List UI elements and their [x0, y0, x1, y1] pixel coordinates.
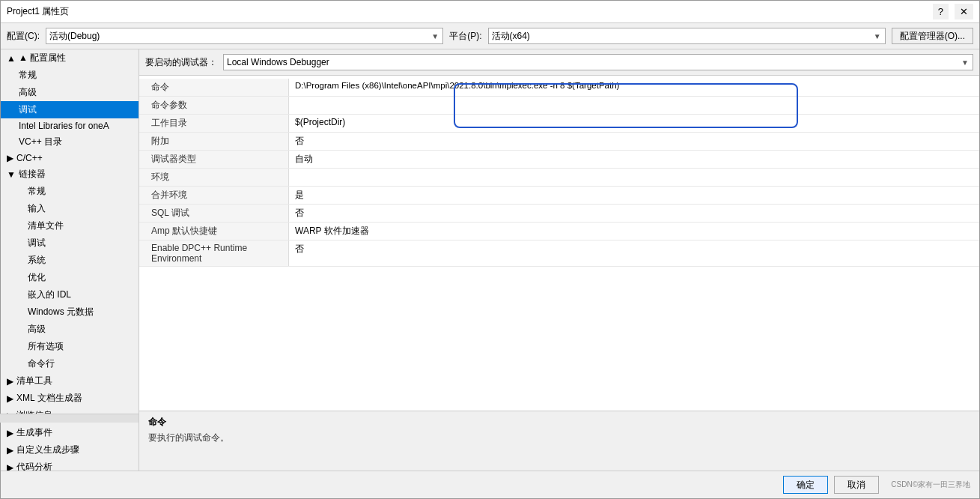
sidebar-item-config-props[interactable]: ▲ ▲ 配置属性 — [1, 49, 139, 67]
sidebar-item-code-analysis[interactable]: ▶ 代码分析 — [1, 459, 139, 471]
prop-value-env[interactable] — [289, 169, 979, 173]
build-label: 生成事件 — [16, 426, 52, 439]
debugger-select[interactable]: Local Windows DebuggerRemote Windows Deb… — [223, 54, 973, 70]
xml-arrow: ▶ — [7, 393, 13, 404]
prop-row-workdir: 工作目录 $(ProjectDir) — [139, 115, 979, 133]
sidebar-item-linker[interactable]: ▼ 链接器 — [1, 166, 139, 183]
config-select-wrapper: 活动(Debug) ▼ — [46, 28, 443, 44]
prop-row-debugger-type: 调试器类型 自动 — [139, 151, 979, 169]
custom-label: 自定义生成步骤 — [16, 444, 79, 456]
config-props-arrow: ▲ — [7, 53, 16, 64]
sidebar-item-cpp[interactable]: ▶ C/C++ — [1, 151, 139, 166]
sidebar-item-cmdline[interactable]: 命令行 — [1, 355, 139, 372]
debug-label: 调试 — [19, 103, 37, 116]
help-button[interactable]: ? — [933, 4, 949, 19]
right-panel: 要启动的调试器： Local Windows DebuggerRemote Wi… — [139, 49, 979, 471]
sidebar-item-linker-advanced[interactable]: 高级 — [1, 321, 139, 338]
sidebar-item-linker-system[interactable]: 系统 — [1, 252, 139, 269]
linker-arrow: ▼ — [7, 169, 16, 180]
build-arrow: ▶ — [7, 428, 13, 438]
prop-name-attach: 附加 — [139, 133, 289, 150]
prop-value-merge-env[interactable]: 是 — [289, 187, 979, 204]
sidebar-item-linker-general[interactable]: 常规 — [1, 183, 139, 200]
title-controls: ? ✕ — [933, 4, 973, 19]
prop-name-amp: Amp 默认快捷键 — [139, 223, 289, 240]
sidebar-item-linker-manifest[interactable]: 清单文件 — [1, 217, 139, 235]
title-bar: Project1 属性页 ? ✕ — [1, 1, 979, 23]
sidebar-item-vcpp-dirs[interactable]: VC++ 目录 — [1, 133, 139, 151]
advanced-label: 高级 — [19, 86, 37, 99]
close-button[interactable]: ✕ — [955, 4, 973, 19]
sidebar-item-xml-gen[interactable]: ▶ XML 文档生成器 — [1, 390, 139, 407]
custom-arrow: ▶ — [7, 445, 13, 456]
prop-name-dpc: Enable DPC++ Runtime Environment — [139, 241, 289, 266]
xml-label: XML 文档生成器 — [16, 392, 82, 405]
prop-name-merge-env: 合并环境 — [139, 187, 289, 204]
footer: 确定 取消 CSDN©家有一田三界地 — [1, 471, 979, 498]
sidebar-item-advanced[interactable]: 高级 — [1, 84, 139, 101]
vcpp-dirs-label: VC++ 目录 — [19, 136, 62, 148]
toolbar-row: 配置(C): 活动(Debug) ▼ 平台(P): 活动(x64) ▼ 配置管理… — [1, 23, 979, 49]
bottom-description: 命令 要执行的调试命令。 — [139, 411, 979, 471]
linker-label: 链接器 — [19, 168, 46, 181]
sidebar-item-custom-build[interactable]: ▶ 自定义生成步骤 — [1, 441, 139, 459]
prop-name-workdir: 工作目录 — [139, 115, 289, 132]
debugger-row: 要启动的调试器： Local Windows DebuggerRemote Wi… — [139, 49, 979, 76]
prop-name-cmdargs: 命令参数 — [139, 97, 289, 114]
debugger-select-wrapper: Local Windows DebuggerRemote Windows Deb… — [223, 54, 973, 70]
debugger-label: 要启动的调试器： — [145, 56, 217, 69]
prop-row-merge-env: 合并环境 是 — [139, 187, 979, 205]
manifest-label: 清单工具 — [16, 375, 52, 387]
prop-value-command[interactable]: D:\Program Files (x86)\Intel\oneAPI\mpi\… — [289, 79, 979, 92]
prop-row-dpc: Enable DPC++ Runtime Environment 否 — [139, 241, 979, 267]
sidebar-item-linker-debug[interactable]: 调试 — [1, 235, 139, 252]
cpp-arrow: ▶ — [7, 153, 13, 163]
platform-label: 平台(P): — [449, 30, 481, 43]
prop-row-env: 环境 — [139, 169, 979, 187]
prop-row-sql-debug: SQL 调试 否 — [139, 205, 979, 223]
prop-value-sql-debug[interactable]: 否 — [289, 205, 979, 222]
platform-select[interactable]: 活动(x64) — [488, 28, 886, 44]
cancel-button[interactable]: 取消 — [834, 476, 879, 494]
sidebar-scrollbar[interactable] — [1, 414, 139, 423]
window-title: Project1 属性页 — [7, 5, 69, 18]
prop-value-cmdargs[interactable] — [289, 97, 979, 101]
sidebar-item-linker-input[interactable]: 输入 — [1, 200, 139, 217]
sidebar-item-manifest-tool[interactable]: ▶ 清单工具 — [1, 372, 139, 390]
prop-name-debugger-type: 调试器类型 — [139, 151, 289, 168]
cpp-label: C/C++ — [16, 153, 43, 163]
sidebar-item-linker-optimize[interactable]: 优化 — [1, 269, 139, 286]
watermark: CSDN©家有一田三界地 — [891, 480, 970, 490]
config-label: 配置(C): — [7, 30, 40, 43]
sidebar-item-intel-libs[interactable]: Intel Libraries for oneA — [1, 118, 139, 133]
prop-value-workdir[interactable]: $(ProjectDir) — [289, 115, 979, 130]
prop-row-command: 命令 D:\Program Files (x86)\Intel\oneAPI\m… — [139, 79, 979, 97]
prop-name-command: 命令 — [139, 79, 289, 96]
sidebar-item-embedded-idl[interactable]: 嵌入的 IDL — [1, 286, 139, 303]
code-arrow: ▶ — [7, 462, 13, 471]
properties-dialog: Project1 属性页 ? ✕ 配置(C): 活动(Debug) ▼ 平台(P… — [0, 0, 980, 499]
prop-value-amp[interactable]: WARP 软件加速器 — [289, 223, 979, 240]
bottom-desc-text: 要执行的调试命令。 — [148, 432, 970, 444]
sidebar-item-windows-meta[interactable]: Windows 元数据 — [1, 303, 139, 321]
prop-row-amp: Amp 默认快捷键 WARP 软件加速器 — [139, 223, 979, 241]
prop-name-sql-debug: SQL 调试 — [139, 205, 289, 222]
intel-libs-label: Intel Libraries for oneA — [19, 121, 109, 131]
config-select[interactable]: 活动(Debug) — [46, 28, 443, 44]
ok-button[interactable]: 确定 — [783, 476, 828, 494]
sidebar-item-debug[interactable]: 调试 — [1, 101, 139, 118]
prop-name-env: 环境 — [139, 169, 289, 186]
prop-row-cmdargs: 命令参数 — [139, 97, 979, 115]
prop-row-attach: 附加 否 — [139, 133, 979, 151]
sidebar-item-general[interactable]: 常规 — [1, 67, 139, 84]
properties-table: 命令 D:\Program Files (x86)\Intel\oneAPI\m… — [139, 76, 979, 411]
sidebar-item-build-events[interactable]: ▶ 生成事件 — [1, 424, 139, 441]
prop-value-dpc[interactable]: 否 — [289, 241, 979, 258]
prop-value-debugger-type[interactable]: 自动 — [289, 151, 979, 168]
code-label: 代码分析 — [16, 461, 52, 471]
main-content: ▲ ▲ 配置属性 常规 高级 调试 Intel Libraries for on… — [1, 49, 979, 471]
config-manager-button[interactable]: 配置管理器(O)... — [892, 28, 973, 44]
sidebar-item-all-options[interactable]: 所有选项 — [1, 338, 139, 355]
sidebar: ▲ ▲ 配置属性 常规 高级 调试 Intel Libraries for on… — [1, 49, 139, 471]
prop-value-attach[interactable]: 否 — [289, 133, 979, 150]
